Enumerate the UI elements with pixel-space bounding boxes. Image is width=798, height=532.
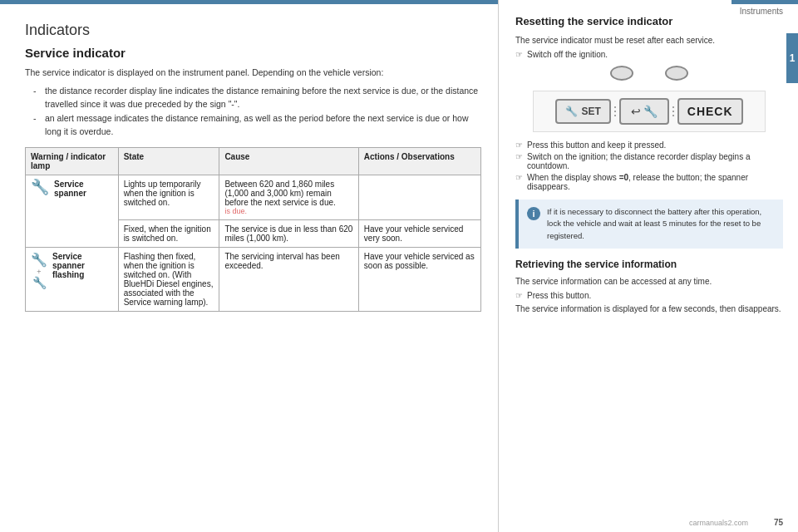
actions-cell-1a <box>358 175 480 219</box>
bullet-1: - the distance recorder display line ind… <box>33 85 481 111</box>
lamp-cell-1: 🔧 Service spanner <box>26 175 119 247</box>
chapter-number: 1 <box>790 52 796 64</box>
button-illustration: 🔧 SET ↩ 🔧 CHECK <box>533 66 766 132</box>
right-intro: The service indicator must be reset afte… <box>515 34 783 47</box>
col-header-state: State <box>118 147 219 175</box>
info-icon: i <box>527 207 540 220</box>
table-row-1a: 🔧 Service spanner Lights up temporarily … <box>26 175 481 219</box>
set-label: SET <box>581 106 600 117</box>
intro-text: The service indicator is displayed on th… <box>25 66 481 80</box>
right-step3-text: When the display shows =0, release the b… <box>527 173 783 191</box>
cause-cell-2: The servicing interval has been exceeded… <box>219 247 358 311</box>
check-label: CHECK <box>687 105 733 118</box>
set-button[interactable]: 🔧 SET <box>555 99 610 124</box>
right-step0-text: Switch off the ignition. <box>527 50 608 59</box>
actions-cell-1b: Have your vehicle serviced very soon. <box>358 219 480 247</box>
bullet-2: - an alert message indicates the distanc… <box>33 112 481 139</box>
page-number: 75 <box>774 518 783 527</box>
lamp-icon-wrap-1: 🔧 Service spanner <box>31 180 113 198</box>
right-section2-title: Retrieving the service information <box>515 259 783 270</box>
arrow-icon-s2-1: ☞ <box>515 291 527 300</box>
bottom-watermark: carmanuals2.com <box>689 519 748 527</box>
section2-step1-text: Press this button. <box>527 291 591 300</box>
arrow-icon-0: ☞ <box>515 50 527 59</box>
wrench-icon: 🔧 <box>643 105 658 118</box>
check-button[interactable]: CHECK <box>677 98 743 125</box>
cause-cell-1a: Between 620 and 1,860 miles (1,000 and 3… <box>219 175 358 219</box>
button-row: 🔧 SET ↩ 🔧 CHECK <box>533 91 766 132</box>
middle-button[interactable]: ↩ 🔧 <box>619 98 669 125</box>
state-cell-2: Flashing then fixed, when the ignition i… <box>118 247 219 311</box>
left-column: Indicators Service indicator The service… <box>0 0 499 532</box>
lamp-name-1: Service spanner <box>54 180 113 198</box>
section2-intro: The service information can be accessed … <box>515 275 783 288</box>
divider-1 <box>614 106 616 116</box>
info-box-text: If it is necessary to disconnect the bat… <box>547 206 775 242</box>
lamp-icon-wrap-2: 🔧 + 🔧 Service spanner flashing <box>31 252 113 289</box>
back-arrow-icon: ↩ <box>631 105 641 118</box>
spanner-icon-1: 🔧 <box>31 180 49 195</box>
right-step2-text: Switch on the ignition; the distance rec… <box>527 152 783 170</box>
cause-cell-1b: The service is due in less than 620 mile… <box>219 219 358 247</box>
col-header-actions: Actions / Observations <box>358 147 480 175</box>
circle-right <box>665 66 688 81</box>
state-cell-1b: Fixed, when the ignition is switched on. <box>118 219 219 247</box>
page-label: Instruments <box>740 7 783 16</box>
lamp-cell-2: 🔧 + 🔧 Service spanner flashing <box>26 247 119 311</box>
arrow-icon-1: ☞ <box>515 140 527 150</box>
flash-icon-wrap: 🔧 + 🔧 <box>31 252 47 289</box>
section2-step2: The service information is displayed for… <box>515 303 783 315</box>
top-bar-right <box>732 0 798 4</box>
dash-1: - <box>33 85 45 111</box>
watermark-text: is due. <box>224 207 352 215</box>
right-section-title: Resetting the service indicator <box>515 15 783 27</box>
dash-2: - <box>33 112 45 139</box>
circle-left <box>610 66 633 81</box>
top-bar-left <box>0 0 498 4</box>
spanner-icon-set: 🔧 <box>565 106 578 117</box>
table-row-2: 🔧 + 🔧 Service spanner flashing Flashing … <box>26 247 481 311</box>
col-header-cause: Cause <box>219 147 358 175</box>
bullet-text-1: the distance recorder display line indic… <box>45 85 481 111</box>
chapter-marker: 1 <box>786 33 798 83</box>
arrow-icon-2: ☞ <box>515 152 527 161</box>
info-box: i If it is necessary to disconnect the b… <box>515 200 783 249</box>
arrow-icon-3: ☞ <box>515 173 527 182</box>
right-column: Instruments 1 Resetting the service indi… <box>499 0 798 532</box>
bullet-text-2: an alert message indicates the distance … <box>45 112 481 139</box>
divider-2 <box>672 106 674 116</box>
subsection-title: Service indicator <box>25 46 481 60</box>
right-step2: ☞ Switch on the ignition; the distance r… <box>515 152 783 170</box>
right-step1-text: Press this button and keep it pressed. <box>527 140 666 150</box>
right-step0: ☞ Switch off the ignition. <box>515 50 783 59</box>
right-step3: ☞ When the display shows =0, release the… <box>515 173 783 191</box>
lamp-name-2: Service spanner flashing <box>52 252 113 279</box>
state-cell-1a: Lights up temporarily when the ignition … <box>118 175 219 219</box>
section-title: Indicators <box>25 22 481 39</box>
top-circles <box>533 66 766 81</box>
right-step1: ☞ Press this button and keep it pressed. <box>515 140 783 150</box>
col-header-warning: Warning / indicator lamp <box>26 147 119 175</box>
section2-step1: ☞ Press this button. <box>515 291 783 300</box>
actions-cell-2: Have your vehicle serviced as soon as po… <box>358 247 480 311</box>
service-table: Warning / indicator lamp State Cause Act… <box>25 147 481 312</box>
